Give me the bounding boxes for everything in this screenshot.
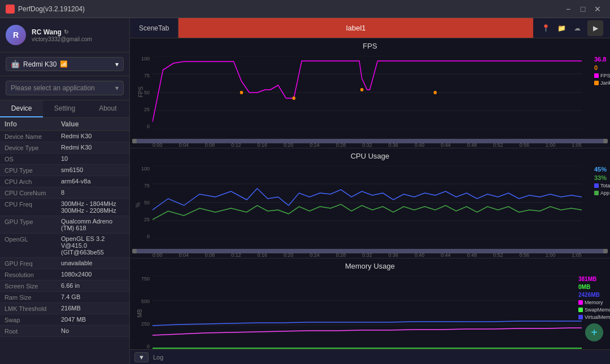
cpu-chart-area: 1007550250 % 0:00	[152, 160, 582, 248]
fps-legend-dot-jank	[594, 81, 599, 85]
charts-area[interactable]: FPS 1007550250 FPS	[130, 38, 610, 349]
info-row: CPU CoreNum8	[0, 187, 129, 199]
device-dropdown-arrow: ▾	[115, 60, 119, 68]
app-icon	[6, 5, 15, 14]
user-name-row: RC Wang ↻	[32, 28, 92, 36]
info-row: GPU TypeQualcomm Adreno (TM) 618	[0, 216, 129, 234]
add-chart-button[interactable]: +	[585, 323, 603, 341]
fps-y-axis-label: FPS	[138, 86, 144, 97]
label1-tab[interactable]: label1	[178, 18, 533, 38]
info-key: OpenGL	[5, 235, 61, 243]
scene-tab-label[interactable]: SceneTab	[130, 18, 178, 38]
cpu-scrollbar-thumb	[132, 249, 608, 253]
header-key: Info	[5, 120, 61, 128]
log-label: Log	[153, 354, 163, 361]
memory-y-axis-label: MB	[137, 309, 143, 317]
info-key: Device Type	[5, 144, 61, 151]
bottom-bar: ▼ Log	[130, 349, 610, 364]
app-title: PerfDog(v3.2.191204)	[18, 5, 85, 13]
info-val: 2047 MB	[61, 316, 125, 323]
memory-chart-title: Memory Usage	[130, 261, 610, 270]
location-icon[interactable]: 📍	[540, 23, 551, 34]
cpu-scrollbar-right[interactable]	[603, 249, 608, 253]
maximize-button[interactable]: □	[576, 2, 590, 16]
fps-scrollbar-right[interactable]	[603, 139, 608, 143]
android-icon: 🤖	[11, 60, 20, 68]
info-val: 7.4 GB	[61, 293, 125, 300]
svg-point-8	[360, 88, 364, 91]
info-val: arm64-v8a	[61, 178, 125, 185]
info-row: OpenGLOpenGL ES 3.2 V@415.0 (GIT@663be55	[0, 234, 129, 258]
memory-val: 381MB	[578, 276, 610, 282]
close-button[interactable]: ✕	[591, 2, 604, 16]
play-button[interactable]: ▶	[587, 20, 603, 36]
folder-icon[interactable]: 📁	[556, 23, 567, 34]
fps-legend-dot-fps	[594, 73, 599, 78]
avatar-initials: R	[13, 30, 19, 40]
info-key: OS	[5, 155, 61, 163]
cpu-scrollbar-left[interactable]	[132, 249, 137, 253]
info-row: Swap2047 MB	[0, 314, 129, 326]
info-val: 8	[61, 189, 125, 196]
info-rows: Device NameRedmi K30Device TypeRedmi K30…	[0, 131, 129, 337]
fps-chart-area: 1007550250 FPS	[152, 50, 582, 138]
user-email: victory3332@gmail.com	[32, 36, 92, 42]
device-section: 🤖 Redmi K30 📶 ▾	[0, 52, 129, 76]
wifi-icon: 📶	[60, 60, 68, 68]
cpu-legend-total: Total	[594, 183, 610, 188]
cpu-app-val: 33%	[594, 174, 610, 181]
header-icons: 📍 📁 ☁ ▶	[533, 20, 610, 36]
fps-legend: 36.8 0 FPS Jank	[594, 56, 610, 86]
app-selector[interactable]: Please select an application ▾	[6, 81, 124, 95]
info-val: 300MHz - 1804MHz 300MHz - 2208MHz	[61, 200, 125, 214]
info-key: Root	[5, 327, 61, 335]
info-val: OpenGL ES 3.2 V@415.0 (GIT@663be55	[61, 235, 125, 256]
fps-chart-svg	[152, 56, 582, 129]
minimize-button[interactable]: −	[561, 2, 575, 16]
app-dropdown-arrow: ▾	[115, 84, 119, 92]
cpu-legend-dot-total	[594, 183, 599, 188]
header-val: Value	[61, 120, 79, 128]
info-val: Redmi K30	[61, 133, 125, 139]
info-row: CPU Freq300MHz - 1804MHz 300MHz - 2208MH…	[0, 199, 129, 216]
info-row: RootNo	[0, 326, 129, 337]
device-selector[interactable]: 🤖 Redmi K30 📶 ▾	[6, 57, 124, 71]
app-section: Please select an application ▾	[0, 76, 129, 100]
cloud-icon[interactable]: ☁	[572, 23, 583, 34]
info-val: 1080x2400	[61, 271, 125, 278]
info-val: Qualcomm Adreno (TM) 618	[61, 218, 125, 231]
info-row: Resolution1080x2400	[0, 269, 129, 280]
fps-scrollbar[interactable]	[132, 139, 608, 143]
scroll-down-button[interactable]: ▼	[134, 352, 149, 362]
user-info: RC Wang ↻ victory3332@gmail.com	[32, 28, 92, 42]
cpu-chart: CPU Usage 1007550250 %	[130, 148, 610, 258]
info-val: Redmi K30	[61, 144, 125, 151]
tab-setting[interactable]: Setting	[43, 100, 86, 117]
info-row: Device TypeRedmi K30	[0, 142, 129, 154]
tabs-section: Device Setting About	[0, 100, 129, 118]
cpu-scrollbar[interactable]	[132, 249, 608, 253]
info-key: CPU Arch	[5, 178, 61, 185]
info-val: unavailable	[61, 260, 125, 266]
memory-legend-dot-swap	[578, 308, 583, 312]
info-row: OS10	[0, 154, 129, 165]
cpu-y-axis-label: %	[135, 202, 141, 207]
fps-chart: FPS 1007550250 FPS	[130, 38, 610, 148]
titlebar-controls: − □ ✕	[561, 2, 604, 16]
refresh-icon[interactable]: ↻	[64, 29, 68, 35]
device-name: Redmi K30	[23, 60, 56, 68]
memory-legend-swap: SwapMemory	[578, 307, 610, 313]
info-key: Ram Size	[5, 293, 61, 301]
fps-scrollbar-left[interactable]	[132, 139, 137, 143]
tab-about[interactable]: About	[86, 100, 129, 117]
cpu-chart-svg	[152, 166, 582, 239]
info-key: CPU Type	[5, 166, 61, 174]
info-val: No	[61, 327, 125, 334]
titlebar-left: PerfDog(v3.2.191204)	[6, 5, 85, 14]
tab-device[interactable]: Device	[0, 100, 43, 117]
device-select-inner: 🤖 Redmi K30 📶	[11, 60, 68, 68]
info-val: 216MB	[61, 305, 125, 312]
fps-legend-jank: Jank	[594, 80, 610, 86]
info-key: Resolution	[5, 271, 61, 278]
memory-legend-dot-virtual	[578, 315, 583, 319]
